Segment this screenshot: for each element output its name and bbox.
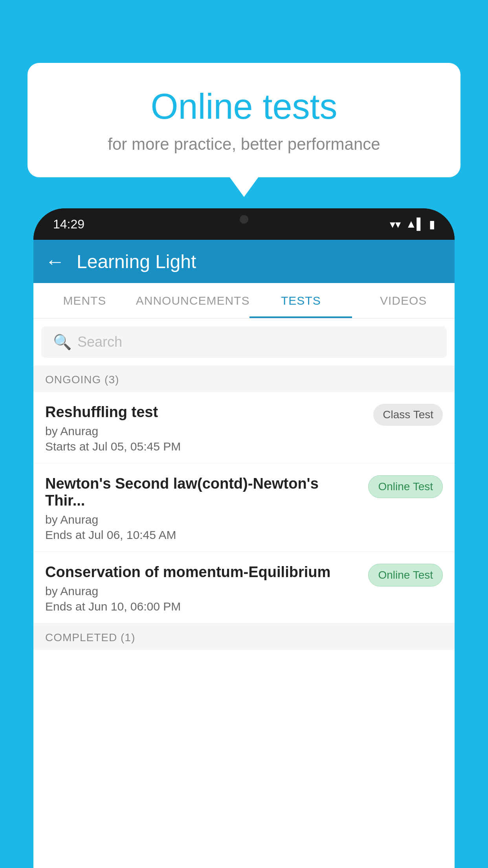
status-icons: ▾▾ ▲▌ ▮ <box>390 218 435 231</box>
completed-section-header: COMPLETED (1) <box>33 623 455 650</box>
test-author: by Anurag <box>45 513 360 526</box>
wifi-icon: ▾▾ <box>390 218 401 231</box>
test-date: Ends at Jul 06, 10:45 AM <box>45 528 360 542</box>
test-item[interactable]: Newton's Second law(contd)-Newton's Thir… <box>33 463 455 552</box>
camera <box>240 215 248 224</box>
test-date: Ends at Jun 10, 06:00 PM <box>45 600 360 613</box>
test-name: Newton's Second law(contd)-Newton's Thir… <box>45 475 360 509</box>
app-bar: ← Learning Light <box>33 240 455 283</box>
search-bar[interactable]: 🔍 Search <box>41 326 447 358</box>
tab-bar: MENTS ANNOUNCEMENTS TESTS VIDEOS <box>33 283 455 318</box>
status-bar: 14:29 ▾▾ ▲▌ ▮ <box>33 208 455 240</box>
tab-videos[interactable]: VIDEOS <box>352 283 455 318</box>
search-placeholder: Search <box>77 334 122 350</box>
test-info: Reshuffling test by Anurag Starts at Jul… <box>45 404 373 453</box>
tab-ments[interactable]: MENTS <box>33 283 136 318</box>
battery-icon: ▮ <box>429 218 435 231</box>
app-bar-title: Learning Light <box>77 251 196 272</box>
bubble-title: Online tests <box>59 86 429 127</box>
tab-tests[interactable]: TESTS <box>250 283 352 318</box>
test-badge-class: Class Test <box>373 404 443 426</box>
phone-frame: 14:29 ▾▾ ▲▌ ▮ ← Learning Light MENTS ANN… <box>33 208 455 868</box>
test-author: by Anurag <box>45 585 360 598</box>
test-list: Reshuffling test by Anurag Starts at Jul… <box>33 392 455 623</box>
bubble-subtitle: for more practice, better performance <box>59 135 429 154</box>
speech-bubble: Online tests for more practice, better p… <box>28 63 460 177</box>
test-badge-online: Online Test <box>368 564 443 587</box>
test-name: Reshuffling test <box>45 404 365 421</box>
test-author: by Anurag <box>45 425 365 438</box>
test-name: Conservation of momentum-Equilibrium <box>45 564 360 581</box>
test-item[interactable]: Conservation of momentum-Equilibrium by … <box>33 552 455 623</box>
test-badge-online: Online Test <box>368 475 443 498</box>
search-icon: 🔍 <box>53 333 72 351</box>
tab-announcements[interactable]: ANNOUNCEMENTS <box>136 283 250 318</box>
test-info: Newton's Second law(contd)-Newton's Thir… <box>45 475 368 542</box>
phone-screen: ← Learning Light MENTS ANNOUNCEMENTS TES… <box>33 240 455 868</box>
status-time: 14:29 <box>53 217 84 232</box>
test-item[interactable]: Reshuffling test by Anurag Starts at Jul… <box>33 392 455 463</box>
test-info: Conservation of momentum-Equilibrium by … <box>45 564 368 613</box>
back-button[interactable]: ← <box>45 250 65 273</box>
ongoing-section-header: ONGOING (3) <box>33 366 455 392</box>
test-date: Starts at Jul 05, 05:45 PM <box>45 440 365 453</box>
signal-icon: ▲▌ <box>405 218 424 230</box>
phone-notch <box>209 208 279 230</box>
